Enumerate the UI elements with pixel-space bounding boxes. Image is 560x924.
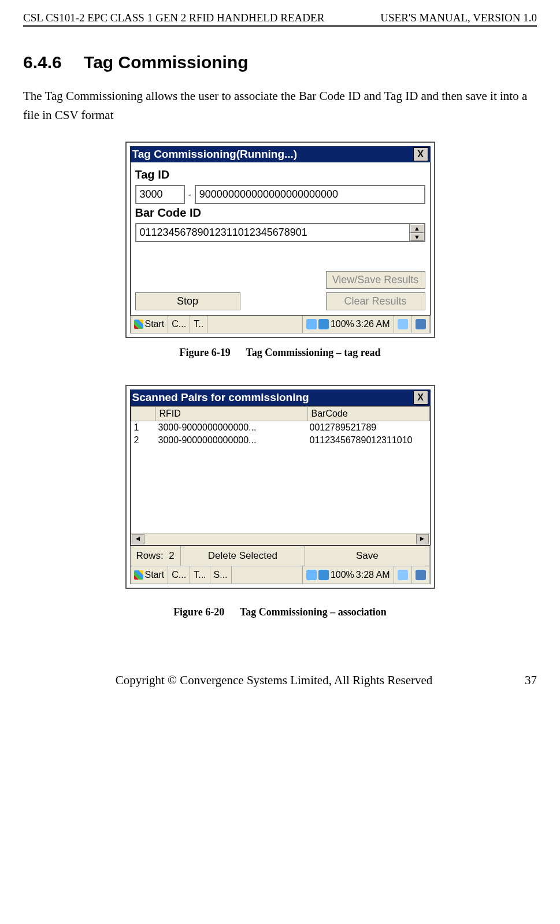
clock-text: 3:26 AM <box>356 319 390 329</box>
desktop-icon <box>398 570 408 580</box>
dash: - <box>188 190 191 200</box>
battery-icon <box>318 319 329 329</box>
rows-count: 2 <box>169 550 174 562</box>
row-barcode: 01123456789012311010 <box>306 434 430 447</box>
taskbar-icon-b[interactable] <box>412 316 430 333</box>
bottom-bar: Rows: 2 Delete Selected Save <box>130 546 431 566</box>
stop-button[interactable]: Stop <box>135 292 240 310</box>
windows-logo-icon <box>134 320 143 329</box>
battery-icon <box>318 570 329 580</box>
start-button[interactable]: Start <box>131 566 169 584</box>
taskbar: Start C... T... S... 100% 3:28 AM <box>130 566 431 584</box>
scroll-right-icon[interactable]: ► <box>416 534 429 544</box>
tag-id-prefix-input[interactable]: 3000 <box>135 185 185 204</box>
dialog-title: Scanned Pairs for commissioning <box>132 391 309 404</box>
table-row[interactable]: 1 3000-9000000000000... 0012789521789 <box>131 421 430 434</box>
taskbar-spacer <box>207 316 303 333</box>
header-left: CSL CS101-2 EPC CLASS 1 GEN 2 RFID HANDH… <box>23 12 324 24</box>
taskbar-app-c[interactable]: C... <box>168 566 190 584</box>
delete-selected-button[interactable]: Delete Selected <box>181 546 305 566</box>
taskbar-app-c[interactable]: C... <box>168 316 190 333</box>
clear-results-button: Clear Results <box>326 292 425 310</box>
list-area: RFID BarCode 1 3000-9000000000000... 001… <box>130 406 431 546</box>
row-rfid: 3000-9000000000000... <box>155 421 306 434</box>
col-index[interactable] <box>131 407 156 421</box>
keyboard-icon <box>416 570 426 580</box>
figure-2: Scanned Pairs for commissioning X RFID B… <box>23 385 537 618</box>
copyright: Copyright © Convergence Systems Limited,… <box>23 673 525 688</box>
dialog-scanned-pairs: Scanned Pairs for commissioning X RFID B… <box>125 385 435 589</box>
titlebar[interactable]: Tag Commissioning(Running...) X <box>130 146 431 162</box>
battery-text: 100% <box>331 570 354 580</box>
titlebar[interactable]: Scanned Pairs for commissioning X <box>130 389 431 406</box>
tag-id-label: Tag ID <box>135 168 425 181</box>
row-index: 1 <box>131 421 155 434</box>
figure-1-caption: Figure 6-19 Tag Commissioning – tag read <box>23 347 537 359</box>
header-right: USER'S MANUAL, VERSION 1.0 <box>380 12 537 24</box>
windows-logo-icon <box>134 570 143 580</box>
caption-text: Tag Commissioning – tag read <box>246 347 380 358</box>
figure-1: Tag Commissioning(Running...) X Tag ID 3… <box>23 142 537 359</box>
dialog-title: Tag Commissioning(Running...) <box>132 148 298 161</box>
desktop-icon <box>398 319 408 329</box>
rows-label-text: Rows: <box>136 550 164 562</box>
figure-2-caption: Figure 6-20 Tag Commissioning – associat… <box>23 606 537 618</box>
start-button[interactable]: Start <box>131 316 169 333</box>
start-label: Start <box>145 319 165 329</box>
row-barcode: 0012789521789 <box>306 421 430 434</box>
barcode-label: Bar Code ID <box>135 206 425 220</box>
page-number: 37 <box>525 673 537 688</box>
row-rfid: 3000-9000000000000... <box>155 434 306 447</box>
list-header: RFID BarCode <box>131 406 430 421</box>
taskbar-spacer <box>232 566 303 584</box>
taskbar-app-t[interactable]: T... <box>190 566 210 584</box>
battery-text: 100% <box>331 319 354 329</box>
table-row[interactable]: 2 3000-9000000000000... 0112345678901231… <box>131 434 430 447</box>
caption-num: Figure 6-19 <box>180 347 231 358</box>
start-label: Start <box>145 570 165 580</box>
section-title: Tag Commissioning <box>84 53 248 72</box>
taskbar-tray: 100% 3:26 AM <box>303 316 394 333</box>
barcode-input-wrapper: 01123456789012311012345678901 ▲ ▼ <box>135 223 425 242</box>
dialog-tag-commissioning: Tag Commissioning(Running...) X Tag ID 3… <box>125 142 435 338</box>
caption-text: Tag Commissioning – association <box>240 606 387 618</box>
intro-paragraph: The Tag Commissioning allows the user to… <box>23 87 537 124</box>
scroll-left-icon[interactable]: ◄ <box>132 534 144 544</box>
barcode-input[interactable]: 01123456789012311012345678901 <box>136 224 409 241</box>
barcode-spinner[interactable]: ▲ ▼ <box>409 224 424 241</box>
network-icon <box>306 319 317 329</box>
taskbar-app-s[interactable]: S... <box>210 566 232 584</box>
close-icon[interactable]: X <box>413 147 428 161</box>
page-header: CSL CS101-2 EPC CLASS 1 GEN 2 RFID HANDH… <box>23 12 537 27</box>
save-button[interactable]: Save <box>305 546 429 566</box>
close-icon[interactable]: X <box>413 391 428 405</box>
keyboard-icon <box>416 319 426 329</box>
clock-text: 3:28 AM <box>356 570 390 580</box>
col-barcode[interactable]: BarCode <box>308 407 429 421</box>
taskbar-icon-b[interactable] <box>412 566 430 584</box>
taskbar: Start C... T.. 100% 3:26 AM <box>130 316 431 333</box>
taskbar-tray: 100% 3:28 AM <box>303 566 394 584</box>
col-rfid[interactable]: RFID <box>156 407 308 421</box>
rows-label: Rows: 2 <box>131 546 181 566</box>
section-number: 6.4.6 <box>23 53 62 72</box>
view-save-results-button: View/Save Results <box>326 271 425 289</box>
spinner-up-icon[interactable]: ▲ <box>410 224 424 233</box>
horizontal-scrollbar[interactable]: ◄ ► <box>131 533 430 545</box>
network-icon <box>306 570 317 580</box>
section-heading: 6.4.6 Tag Commissioning <box>23 53 537 72</box>
caption-num: Figure 6-20 <box>173 606 224 618</box>
taskbar-icon-a[interactable] <box>394 316 412 333</box>
taskbar-icon-a[interactable] <box>394 566 412 584</box>
spinner-down-icon[interactable]: ▼ <box>410 233 424 242</box>
tag-id-value-input[interactable]: 900000000000000000000000 <box>195 185 425 204</box>
page-footer: Copyright © Convergence Systems Limited,… <box>0 673 560 688</box>
row-index: 2 <box>131 434 155 447</box>
taskbar-app-t[interactable]: T.. <box>190 316 207 333</box>
